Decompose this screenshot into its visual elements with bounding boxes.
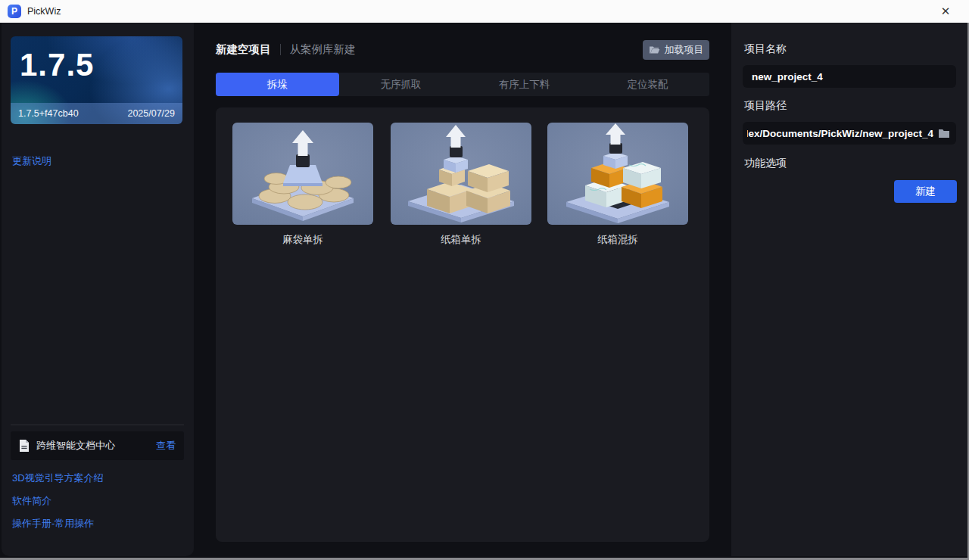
template-card-carton-depal[interactable]: 纸箱单拆 (391, 123, 531, 247)
load-project-button[interactable]: 加载项目 (643, 40, 709, 60)
carton-depalletize-illustration (391, 123, 531, 225)
project-name-input[interactable] (743, 65, 956, 88)
template-card-label: 纸箱单拆 (391, 233, 531, 247)
tab-depalletize[interactable]: 拆垛 (216, 73, 339, 96)
header-separator (280, 44, 281, 55)
template-grid-panel: 麻袋单拆 (216, 107, 709, 542)
tab-random-picking[interactable]: 无序抓取 (339, 73, 463, 96)
main-header: 新建空项目 从案例库新建 (216, 42, 356, 57)
template-card-label: 纸箱混拆 (547, 233, 688, 247)
template-card-mixed-carton-depal[interactable]: 纸箱混拆 (547, 123, 688, 247)
window-title: PickWiz (27, 6, 61, 17)
app-logo-icon: P (8, 5, 21, 18)
version-card: 1.7.5 1.7.5+f47cb40 2025/07/29 (11, 36, 182, 124)
sidebar: 1.7.5 1.7.5+f47cb40 2025/07/29 更新说明 跨维智能… (2, 23, 194, 556)
create-button[interactable]: 新建 (894, 180, 957, 203)
project-path-value: Users/dex/Documents/PickWiz/new_project_… (747, 128, 933, 139)
tab-ordered-loading[interactable]: 有序上下料 (463, 73, 586, 96)
open-folder-icon (649, 45, 660, 54)
project-name-label: 项目名称 (744, 42, 787, 56)
browse-folder-button[interactable] (938, 129, 950, 138)
sack-depalletize-illustration (232, 123, 373, 225)
doc-center-view-link[interactable]: 查看 (156, 439, 176, 453)
doc-center-label: 跨维智能文档中心 (36, 439, 115, 453)
category-tabbar: 拆垛 无序抓取 有序上下料 定位装配 (216, 73, 709, 96)
template-card-label: 麻袋单拆 (232, 233, 373, 247)
version-number: 1.7.5 (20, 47, 94, 83)
update-notes-link[interactable]: 更新说明 (12, 154, 51, 168)
sidebar-link-manual-common-ops[interactable]: 操作手册-常用操作 (12, 517, 94, 530)
project-path-input[interactable]: Users/dex/Documents/PickWiz/new_project_… (743, 122, 956, 145)
template-card-sack-depal[interactable]: 麻袋单拆 (232, 123, 373, 247)
tab-from-case-library[interactable]: 从案例库新建 (290, 42, 356, 57)
project-path-label: 项目路径 (744, 99, 787, 113)
folder-icon (938, 129, 950, 138)
sidebar-link-software-intro[interactable]: 软件简介 (12, 494, 51, 508)
sidebar-link-3d-vision-intro[interactable]: 3D视觉引导方案介绍 (12, 471, 104, 485)
mixed-carton-depalletize-illustration (547, 123, 688, 225)
tab-positioning-assembly[interactable]: 定位装配 (586, 73, 709, 96)
version-build: 1.7.5+f47cb40 (18, 108, 79, 119)
close-icon[interactable]: ✕ (930, 0, 961, 23)
version-strip: 1.7.5+f47cb40 2025/07/29 (11, 103, 182, 124)
feature-options-label: 功能选项 (744, 157, 787, 170)
tab-new-empty-project[interactable]: 新建空项目 (216, 42, 271, 57)
doc-center-row: 跨维智能文档中心 查看 (11, 431, 184, 460)
document-icon (19, 440, 30, 452)
title-bar: P PickWiz ✕ (0, 0, 969, 23)
version-date: 2025/07/29 (127, 108, 175, 119)
sidebar-divider (11, 425, 184, 425)
project-settings-panel: 项目名称 项目路径 Users/dex/Documents/PickWiz/ne… (731, 23, 967, 556)
load-project-label: 加载项目 (665, 43, 704, 57)
